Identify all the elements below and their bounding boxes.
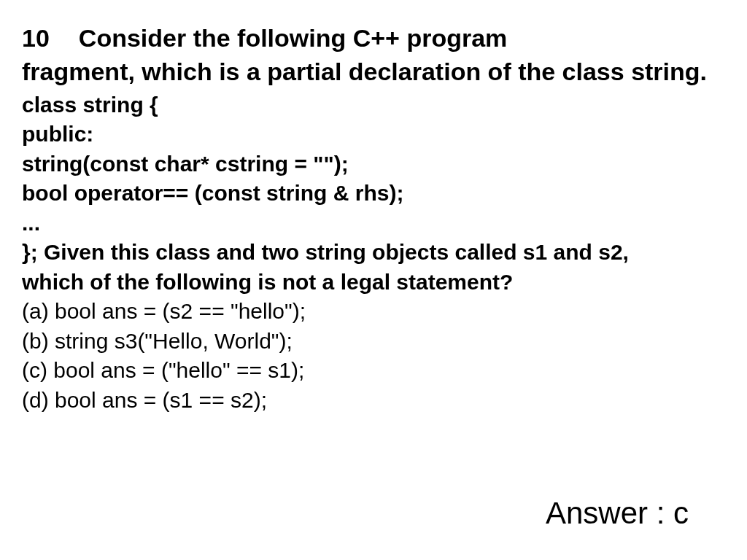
slide-container: 10Consider the following C++ program fra… — [0, 0, 747, 560]
code-line: class string { — [22, 90, 732, 120]
answer-text: Answer : c — [546, 496, 689, 531]
option-b: (b) string s3("Hello, World"); — [22, 327, 732, 357]
option-d: (d) bool ans = (s1 == s2); — [22, 386, 732, 416]
sub-question: }; Given this class and two string objec… — [22, 238, 732, 297]
question-number: 10 — [22, 22, 50, 55]
option-c: (c) bool ans = ("hello" == s1); — [22, 356, 732, 386]
options-list: (a) bool ans = (s2 == "hello"); (b) stri… — [22, 297, 732, 415]
sub-line: which of the following is not a legal st… — [22, 268, 732, 298]
sub-line: }; Given this class and two string objec… — [22, 238, 732, 268]
prompt-line-1: Consider the following C++ program — [79, 24, 508, 52]
code-line: string(const char* cstring = ""); — [22, 149, 732, 179]
option-a: (a) bool ans = (s2 == "hello"); — [22, 297, 732, 327]
code-line: bool operator== (const string & rhs); — [22, 179, 732, 209]
code-line: public: — [22, 120, 732, 149]
question-prompt: 10Consider the following C++ program fra… — [22, 22, 732, 89]
code-fragment: class string { public: string(const char… — [22, 90, 732, 238]
code-line: ... — [22, 209, 732, 238]
prompt-line-2: fragment, which is a partial declaration… — [22, 58, 707, 85]
